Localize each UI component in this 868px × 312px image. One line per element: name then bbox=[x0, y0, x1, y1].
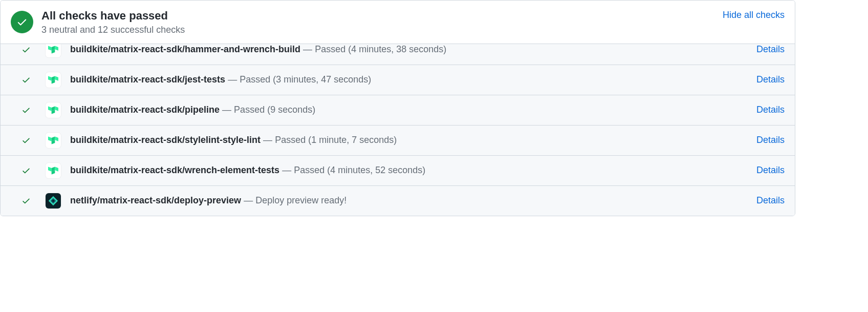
check-row: buildkite/matrix-react-sdk/jest-tests — … bbox=[1, 65, 795, 95]
buildkite-icon bbox=[46, 102, 61, 118]
hide-all-checks-link[interactable]: Hide all checks bbox=[723, 10, 785, 20]
check-sep: — bbox=[263, 135, 275, 145]
check-name: buildkite/matrix-react-sdk/wrench-elemen… bbox=[70, 165, 279, 175]
details-link[interactable]: Details bbox=[756, 135, 785, 145]
details-link[interactable]: Details bbox=[756, 105, 785, 115]
check-name: buildkite/matrix-react-sdk/hammer-and-wr… bbox=[70, 44, 300, 54]
check-name: buildkite/matrix-react-sdk/pipeline bbox=[70, 105, 220, 115]
check-text: netlify/matrix-react-sdk/deploy-preview … bbox=[70, 195, 750, 206]
check-sep: — bbox=[244, 195, 255, 205]
buildkite-icon bbox=[46, 163, 61, 178]
check-row: buildkite/matrix-react-sdk/pipeline — Pa… bbox=[1, 95, 795, 125]
header-title: All checks have passed bbox=[41, 9, 723, 24]
check-sep: — bbox=[282, 165, 294, 175]
check-name: buildkite/matrix-react-sdk/jest-tests bbox=[70, 74, 225, 85]
check-name: netlify/matrix-react-sdk/deploy-preview bbox=[70, 195, 241, 205]
check-success-icon bbox=[21, 45, 31, 54]
checks-list: buildkite/matrix-react-sdk/hammer-and-wr… bbox=[1, 29, 795, 216]
check-status: Passed (4 minutes, 38 seconds) bbox=[315, 44, 446, 54]
details-link[interactable]: Details bbox=[756, 44, 785, 55]
header-subtitle: 3 neutral and 12 successful checks bbox=[41, 25, 723, 35]
details-link[interactable]: Details bbox=[756, 195, 785, 206]
details-link[interactable]: Details bbox=[756, 165, 785, 176]
netlify-icon bbox=[46, 193, 61, 209]
check-success-icon bbox=[21, 166, 31, 175]
check-status: Passed (4 minutes, 52 seconds) bbox=[294, 165, 425, 175]
details-link[interactable]: Details bbox=[756, 74, 785, 85]
check-status: Deploy preview ready! bbox=[255, 195, 346, 205]
check-text: buildkite/matrix-react-sdk/hammer-and-wr… bbox=[70, 44, 750, 55]
checks-panel: All checks have passed 3 neutral and 12 … bbox=[0, 0, 795, 216]
check-success-icon bbox=[21, 106, 31, 115]
check-status: Passed (3 minutes, 47 seconds) bbox=[240, 74, 371, 85]
check-success-icon bbox=[21, 136, 31, 145]
check-success-icon bbox=[21, 196, 31, 205]
checks-header: All checks have passed 3 neutral and 12 … bbox=[1, 1, 795, 44]
header-text-block: All checks have passed 3 neutral and 12 … bbox=[41, 9, 723, 35]
check-status: Passed (1 minute, 7 seconds) bbox=[275, 135, 397, 145]
check-text: buildkite/matrix-react-sdk/stylelint-sty… bbox=[70, 135, 750, 145]
check-text: buildkite/matrix-react-sdk/jest-tests — … bbox=[70, 74, 750, 85]
check-success-icon bbox=[21, 75, 31, 85]
buildkite-icon bbox=[46, 42, 61, 57]
buildkite-icon bbox=[46, 133, 61, 148]
buildkite-icon bbox=[46, 72, 61, 88]
check-row: buildkite/matrix-react-sdk/wrench-elemen… bbox=[1, 155, 795, 185]
check-text: buildkite/matrix-react-sdk/pipeline — Pa… bbox=[70, 105, 750, 115]
check-row: buildkite/matrix-react-sdk/stylelint-sty… bbox=[1, 125, 795, 155]
check-text: buildkite/matrix-react-sdk/wrench-elemen… bbox=[70, 165, 750, 176]
check-sep: — bbox=[303, 44, 315, 54]
check-name: buildkite/matrix-react-sdk/stylelint-sty… bbox=[70, 135, 261, 145]
check-status: Passed (9 seconds) bbox=[234, 105, 315, 115]
check-row: netlify/matrix-react-sdk/deploy-preview … bbox=[1, 185, 795, 216]
check-sep: — bbox=[228, 74, 240, 85]
check-sep: — bbox=[222, 105, 234, 115]
status-success-icon bbox=[11, 11, 33, 33]
